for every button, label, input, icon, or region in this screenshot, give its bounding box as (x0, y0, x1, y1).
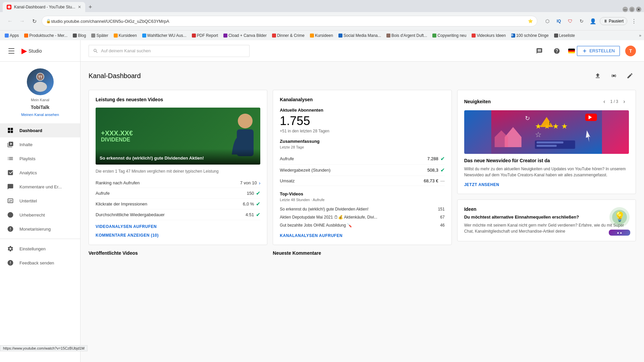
bookmark-videokurs[interactable]: Videokurs Ideen (470, 33, 508, 39)
sidebar-item-inhalte[interactable]: Inhalte (0, 137, 80, 152)
bookmark-leseliste[interactable]: Leseliste (552, 33, 577, 39)
maximize-btn[interactable]: □ (629, 7, 635, 12)
forward-btn[interactable]: → (17, 16, 27, 26)
svg-rect-7 (11, 131, 13, 133)
news-image[interactable]: ★ ★ ★ ★ ☆ (464, 110, 629, 154)
menu-btn[interactable]: ⋮ (629, 16, 639, 26)
address-bar[interactable]: 🔒 studio.youtube.com/channel/UC6N5u-OiGz… (42, 16, 537, 26)
hamburger-btn[interactable] (5, 45, 17, 57)
sidebar-item-label: Urheberrecht (19, 213, 45, 218)
sidebar-item-label: Feedback senden (19, 260, 54, 265)
bookmark-kursideen2[interactable]: Kursideen (308, 33, 335, 39)
close-btn[interactable]: ✕ (636, 7, 641, 12)
search-placeholder: Auf deinem Kanal suchen (101, 48, 151, 53)
videoanalysen-link[interactable]: VIDEOANALYSEN AUFRUFEN (96, 224, 260, 229)
sidebar-item-analytics[interactable]: Analytics (0, 166, 80, 180)
svg-point-9 (238, 114, 253, 128)
divident-label: DIVIDENDE (101, 137, 133, 143)
bookmark-produktsuche[interactable]: Produktsuche - Mer... (22, 33, 69, 39)
val: 7.288 (427, 156, 438, 161)
sidebar-item-dashboard[interactable]: Dashboard (0, 123, 80, 137)
user-avatar-btn[interactable]: T (625, 46, 636, 56)
notifications-btn[interactable] (533, 45, 545, 57)
active-tab[interactable]: Kanal-Dashboard - YouTube Stu... ✕ (3, 2, 85, 12)
tab-bar: Kanal-Dashboard - YouTube Stu... ✕ + — □… (0, 0, 644, 12)
bookmarks-more[interactable]: » (639, 33, 641, 38)
browser-chrome: Kanal-Dashboard - YouTube Stu... ✕ + — □… (0, 0, 644, 40)
live-btn[interactable] (608, 70, 620, 82)
analytics-value: 7.288 ✔ (427, 156, 445, 162)
extensions-btn[interactable]: ⬡ (543, 16, 552, 26)
search-bar[interactable]: Auf deinem Kanal suchen (89, 45, 250, 57)
dash-icon: — (440, 178, 445, 183)
app: ▶ Studio TT Mein Kanal TobiTalk Meinen K… (0, 40, 644, 362)
channel-avatar[interactable]: TT (27, 68, 54, 95)
sync-btn[interactable]: ↻ (577, 16, 586, 26)
subscribers-delta: +51 in den letzten 28 Tagen (280, 129, 444, 133)
bookmark-cload[interactable]: Cload + Canva Bilder (221, 33, 269, 39)
bookmark-blog[interactable]: Blog (71, 33, 88, 39)
sidebar-item-kommentare[interactable]: Kommentare und Er... (0, 180, 80, 194)
nav-icons: ⬡ IQ 🛡 ↻ 👤 ⏸ Pausiert ⋮ (543, 16, 639, 26)
metric-value: 150 ✔ (247, 190, 261, 196)
svg-rect-15 (494, 137, 508, 147)
sidebar-item-label: Kommentare und Er... (19, 184, 62, 189)
channel-link[interactable]: Meinen Kanal ansehen (21, 113, 59, 117)
kommentare-link[interactable]: KOMMENTARE ANZEIGEN (10) (96, 233, 260, 238)
bookmark-apps[interactable]: Apps (3, 33, 21, 39)
bookmark-bois[interactable]: Bois d'Argent Duft... (384, 33, 429, 39)
erstellen-btn[interactable]: ERSTELLEN (577, 46, 620, 56)
news-watch-link[interactable]: JETZT ANSEHEN (464, 182, 499, 187)
tab-title: Kanal-Dashboard - YouTube Stu... (14, 5, 75, 9)
val: 508,3 (427, 168, 438, 173)
video-thumbnail[interactable]: +XXX.XX€ DIVIDENDE So erkennst du (wirkl… (96, 108, 260, 165)
sidebar-item-playlists[interactable]: Playlists (0, 152, 80, 166)
analytics-label: Umsatz (280, 178, 294, 183)
bookmark-social[interactable]: Social Media Mana... (336, 33, 383, 39)
bookmark-copywriting[interactable]: Copywriting neu (430, 33, 468, 39)
bookmark-label: 100 schöne Dinge (516, 33, 549, 38)
refresh-btn[interactable]: ↻ (30, 16, 39, 26)
bookmark-spaeter[interactable]: Später (89, 33, 110, 39)
bookmark-wahlfaecher[interactable]: Wahlfächer WU Aus... (140, 33, 189, 39)
news-header: Neuigkeiten ‹ 1 / 3 › (464, 97, 629, 106)
browser-nav: ← → ↻ 🔒 studio.youtube.com/channel/UC6N5… (0, 12, 644, 30)
check-icon: ✔ (256, 212, 260, 218)
svg-rect-5 (11, 128, 13, 130)
sidebar-item-feedback[interactable]: Feedback senden (0, 256, 80, 270)
check-icon: ✔ (256, 190, 260, 196)
sidebar-item-monetarisierung[interactable]: Monetarisierung (0, 222, 80, 236)
tab-close-btn[interactable]: ✕ (78, 5, 81, 9)
svg-text:☆: ☆ (535, 130, 541, 139)
news-prev-btn[interactable]: ‹ (600, 97, 609, 106)
user-btn[interactable]: 👤 (588, 16, 598, 26)
neuigkeiten-card: Neuigkeiten ‹ 1 / 3 › (457, 90, 636, 194)
top-actions: ERSTELLEN T (533, 45, 636, 57)
shield-btn[interactable]: 🛡 (566, 16, 575, 26)
sidebar-item-urheberrecht[interactable]: Urheberrecht (0, 208, 80, 222)
svg-rect-4 (8, 128, 10, 130)
bookmark-label: Leseliste (559, 33, 575, 38)
new-tab-btn[interactable]: + (85, 2, 95, 12)
bookmark-label: Produktsuche - Mer... (29, 33, 67, 38)
dashboard-grid: Leistung des neuesten Videos +XXX.XX€ DI… (89, 90, 636, 245)
top-bar: Auf deinem Kanal suchen ERSTELLEN T (80, 40, 644, 62)
kanalanalysen-link[interactable]: KANALANALYSEN AUFRUFEN (280, 233, 444, 238)
untertitel-icon (7, 197, 14, 204)
metric-label: Aufrufe (96, 191, 110, 196)
sidebar-item-untertitel[interactable]: Untertitel (0, 194, 80, 208)
paused-btn[interactable]: ⏸ Pausiert (600, 17, 627, 25)
back-btn[interactable]: ← (5, 16, 15, 26)
bookmark-dinner[interactable]: Dinner & Crime (270, 33, 307, 39)
news-next-btn[interactable]: › (620, 97, 629, 106)
bookmark-pdf[interactable]: PDF Report (190, 33, 220, 39)
news-nav: ‹ 1 / 3 › (600, 97, 629, 106)
upload-btn[interactable] (592, 70, 604, 82)
help-btn[interactable] (551, 45, 563, 57)
bookmark-kursideen1[interactable]: Kursideen (112, 33, 139, 39)
bookmark-100[interactable]: B 100 schöne Dinge (509, 33, 551, 39)
edit-btn[interactable] (624, 70, 636, 82)
iq-btn[interactable]: IQ (554, 16, 564, 26)
minimize-btn[interactable]: — (623, 7, 628, 12)
sidebar-item-einstellungen[interactable]: Einstellungen (0, 242, 80, 256)
